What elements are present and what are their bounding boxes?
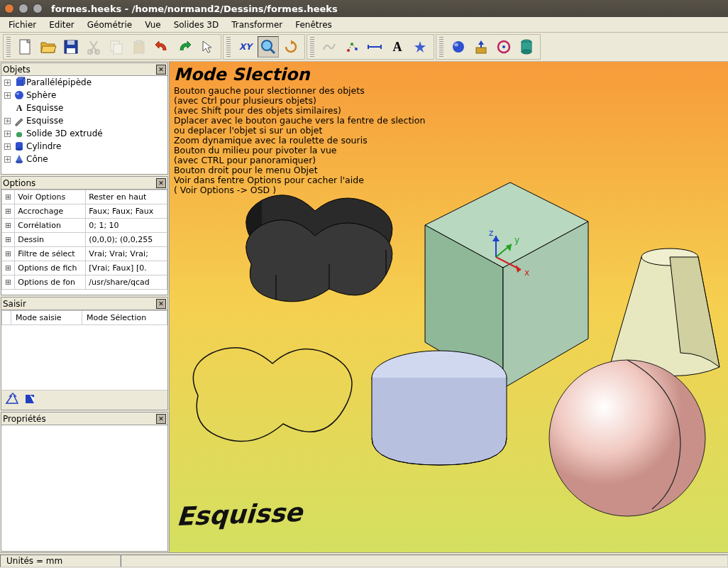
scene-cylinder[interactable] (372, 351, 507, 465)
saisir-row[interactable]: Mode saisieMode Sélection (2, 311, 167, 325)
scene-sketch[interactable] (193, 348, 352, 442)
redo-button[interactable] (174, 36, 195, 58)
option-row[interactable]: ⊞Voir OptionsRester en haut (2, 190, 167, 204)
expand-icon[interactable]: ⊞ (2, 261, 15, 275)
expand-icon[interactable]: ⊞ (2, 204, 15, 219)
objects-panel-header[interactable]: Objets ✕ (1, 63, 167, 76)
close-icon[interactable]: ✕ (156, 299, 166, 309)
tree-item-cylindre[interactable]: +Cylindre (1, 140, 167, 153)
extrude-button[interactable] (470, 36, 492, 58)
menu-fichier[interactable]: Fichier (3, 18, 42, 31)
objects-tree[interactable]: +Parallélépipède +Sphère AEsquisse +Esqu… (1, 76, 167, 174)
expand-icon[interactable]: + (4, 92, 11, 99)
option-row[interactable]: ⊞Dessin(0,0,0); (0,0,255 (2, 233, 167, 247)
star-tool-button[interactable] (409, 36, 431, 58)
saisir-panel-header[interactable]: Saisir ✕ (1, 297, 167, 310)
expand-icon[interactable]: + (4, 156, 11, 163)
statusbar: Unités = mm (0, 552, 728, 568)
option-value[interactable]: Vrai; Vrai; Vrai; (86, 247, 167, 261)
options-panel-header[interactable]: Options ✕ (1, 177, 167, 190)
toolbar-grip[interactable] (6, 37, 11, 57)
tree-item-parallelepipede[interactable]: +Parallélépipède (1, 76, 167, 89)
saisir-value[interactable]: Mode Sélection (82, 311, 167, 325)
options-table[interactable]: ⊞Voir OptionsRester en haut ⊞AccrochageF… (1, 190, 167, 295)
dimension-button[interactable] (364, 36, 385, 58)
option-value[interactable]: 0; 1; 10 (86, 219, 167, 233)
close-icon[interactable]: ✕ (156, 65, 166, 75)
points-button[interactable] (341, 36, 363, 58)
open-file-button[interactable] (38, 36, 59, 58)
tree-item-solide-extrude[interactable]: +Solide 3D extrudé (1, 127, 167, 140)
revolve-button[interactable] (493, 36, 514, 58)
menu-fenetres[interactable]: Fenêtres (289, 18, 338, 31)
status-message (121, 555, 728, 567)
expand-icon[interactable]: + (4, 143, 11, 150)
option-value[interactable]: Rester en haut (86, 190, 167, 204)
menu-editer[interactable]: Editer (43, 18, 80, 31)
window-close-icon[interactable] (4, 4, 14, 13)
window-maximize-icon[interactable] (33, 4, 43, 13)
tree-item-esquisse-text[interactable]: AEsquisse (1, 102, 167, 114)
tree-item-sphere[interactable]: +Sphère (1, 89, 167, 102)
svg-point-41 (549, 360, 705, 516)
zoom-fit-button[interactable] (258, 36, 279, 58)
refresh-view-button[interactable] (280, 36, 302, 58)
toolbar-grip[interactable] (226, 37, 231, 57)
objects-panel: Objets ✕ +Parallélépipède +Sphère AEsqui… (1, 62, 168, 175)
window-minimize-icon[interactable] (18, 4, 28, 13)
curve-button[interactable] (319, 36, 340, 58)
select-button[interactable] (197, 36, 218, 58)
new-file-button[interactable] (15, 36, 36, 58)
close-icon[interactable]: ✕ (156, 178, 166, 188)
option-key: Dessin (15, 233, 86, 247)
undo-button[interactable] (151, 36, 172, 58)
option-row[interactable]: ⊞Options de fich[Vrai; Faux] [0. (2, 261, 167, 275)
menu-geometrie[interactable]: Géométrie (82, 18, 138, 31)
tree-item-cone[interactable]: +Cône (1, 153, 167, 165)
menu-transformer[interactable]: Transformer (226, 18, 288, 31)
text-button[interactable]: A (387, 36, 408, 58)
expand-icon[interactable]: ⊞ (2, 233, 15, 247)
expand-icon[interactable]: + (4, 118, 11, 124)
option-row[interactable]: ⊞AccrochageFaux; Faux; Faux (2, 204, 167, 219)
saisir-panel: Saisir ✕ Mode saisieMode Sélection (1, 297, 168, 410)
sphere-icon (13, 89, 25, 101)
sketch-label: Esquisse (176, 498, 304, 531)
menu-vue[interactable]: Vue (139, 18, 166, 31)
copy-button[interactable] (106, 36, 127, 58)
scene-extruded-solid[interactable] (246, 195, 392, 302)
option-value[interactable]: (0,0,0); (0,0,255 (86, 233, 167, 247)
paste-button[interactable] (128, 36, 150, 58)
scene-cone[interactable] (610, 248, 719, 376)
expand-icon[interactable]: + (4, 80, 11, 86)
viewport-3d[interactable]: Mode Slection Bouton gauche pour slectio… (170, 62, 728, 552)
save-file-button[interactable] (60, 36, 82, 58)
option-row[interactable]: ⊞Filtre de sélectVrai; Vrai; Vrai; (2, 247, 167, 261)
cylinder-button[interactable] (516, 36, 537, 58)
tab-icon-2[interactable] (24, 393, 37, 407)
option-value[interactable]: Faux; Faux; Faux (86, 204, 167, 219)
svg-point-17 (454, 43, 458, 47)
option-row[interactable]: ⊞Options de fon/usr/share/qcad (2, 275, 167, 290)
tab-icon-1[interactable] (6, 393, 18, 407)
proprietes-panel-header[interactable]: Propriétés ✕ (1, 413, 167, 425)
toolbar-grip[interactable] (310, 37, 314, 57)
toolbar-grip[interactable] (439, 37, 443, 57)
expand-icon[interactable]: ⊞ (2, 247, 15, 261)
cube-icon (13, 77, 25, 88)
expand-icon[interactable]: + (4, 131, 11, 137)
expand-icon[interactable]: ⊞ (2, 275, 15, 290)
close-icon[interactable]: ✕ (156, 414, 166, 424)
option-value[interactable]: [Vrai; Faux] [0. (86, 261, 167, 275)
scene-sphere[interactable] (549, 360, 705, 516)
xy-view-button[interactable]: XY (235, 36, 256, 58)
sphere-button[interactable] (448, 36, 469, 58)
cut-button[interactable] (83, 36, 104, 58)
expand-icon[interactable]: ⊞ (2, 219, 15, 233)
expand-icon[interactable]: ⊞ (2, 190, 15, 204)
option-value[interactable]: /usr/share/qcad (86, 275, 167, 290)
option-row[interactable]: ⊞Corrélation0; 1; 10 (2, 219, 167, 233)
viewport-scene: x y z (170, 62, 728, 543)
menu-solides3d[interactable]: Solides 3D (168, 18, 225, 31)
tree-item-esquisse[interactable]: +Esquisse (1, 114, 167, 127)
